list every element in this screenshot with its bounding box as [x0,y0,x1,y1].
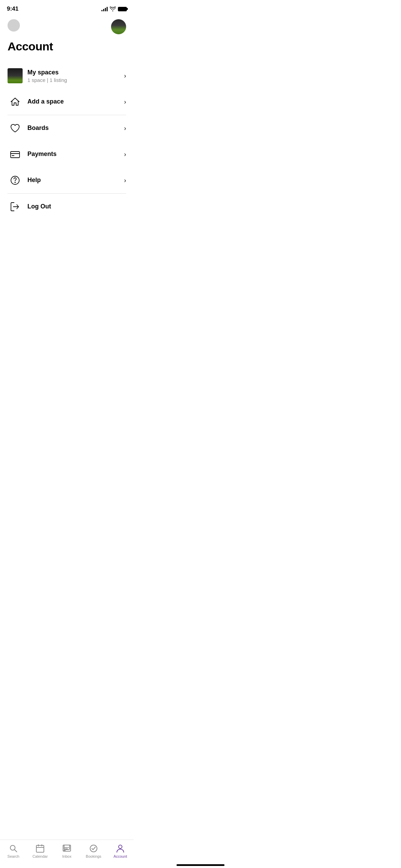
logout-label: Log Out [27,203,126,210]
menu-item-logout[interactable]: Log Out [0,194,134,220]
menu-item-my-spaces[interactable]: My spaces 1 space | 1 listing › [0,63,134,89]
add-space-text: Add a space [27,98,121,106]
signal-bars-icon [101,7,108,11]
svg-rect-0 [11,152,20,158]
menu-item-payments[interactable]: Payments › [0,141,134,167]
payments-text: Payments [27,150,121,158]
my-spaces-thumbnail [8,68,23,83]
status-time: 9:41 [7,5,19,12]
payments-label: Payments [27,150,121,158]
chevron-right-icon: › [124,98,126,106]
svg-point-4 [15,182,15,183]
chevron-right-icon: › [124,72,126,80]
status-icons [101,7,127,11]
page-title: Account [0,34,134,53]
door-icon [8,199,23,214]
back-button[interactable] [8,19,20,32]
menu-item-add-space[interactable]: Add a space › [0,89,134,115]
menu-item-boards[interactable]: Boards › [0,115,134,141]
chevron-right-icon: › [124,177,126,184]
help-label: Help [27,176,121,184]
chevron-right-icon: › [124,151,126,158]
card-icon [8,147,23,162]
add-space-label: Add a space [27,98,121,106]
avatar[interactable] [111,19,126,34]
my-spaces-text: My spaces 1 space | 1 listing [27,69,121,83]
battery-icon [118,7,127,11]
boards-label: Boards [27,124,121,132]
menu-item-help[interactable]: Help › [0,167,134,193]
house-icon [8,94,23,109]
my-spaces-label: My spaces [27,69,121,76]
wifi-icon [110,7,116,11]
heart-icon [8,121,23,136]
chevron-right-icon: › [124,125,126,132]
boards-text: Boards [27,124,121,132]
header [0,16,134,34]
logout-text: Log Out [27,203,126,210]
help-text: Help [27,176,121,184]
my-spaces-sublabel: 1 space | 1 listing [27,77,121,83]
menu-section: My spaces 1 space | 1 listing › Add a sp… [0,63,134,220]
question-icon [8,173,23,188]
status-bar: 9:41 [0,0,134,16]
